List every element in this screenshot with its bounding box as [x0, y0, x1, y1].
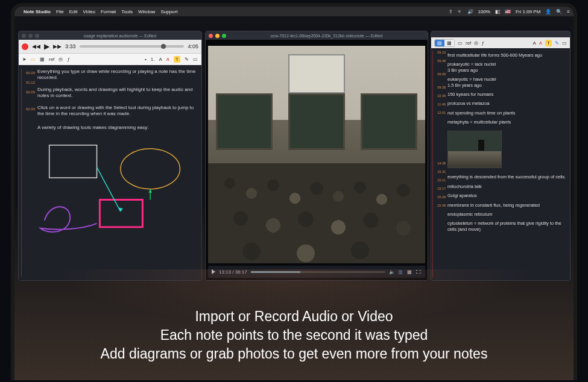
ts[interactable]: 09:38 [435, 86, 446, 94]
note-text[interactable]: mitochondria talk [447, 182, 569, 191]
note-text[interactable]: During playback, words and drawings will… [37, 87, 198, 99]
note-tool-icon[interactable]: ▭ [31, 57, 36, 62]
play-button[interactable] [212, 269, 215, 274]
note-text[interactable]: first multicellular life forms 500-600 M… [447, 51, 569, 60]
ts[interactable]: 15:11 [435, 178, 446, 187]
highlight-icon[interactable]: T [174, 56, 180, 63]
menu-icon[interactable]: ≡ [567, 9, 570, 14]
user-icon[interactable]: 👤 [545, 9, 551, 14]
number-icon[interactable]: 1. [151, 57, 155, 62]
note-text[interactable]: 150 kyears for humans [447, 90, 569, 99]
wifi-icon[interactable]: ᯤ [458, 9, 463, 14]
app-name[interactable]: Note Studio [24, 9, 51, 14]
ref-label[interactable]: ref [49, 57, 54, 62]
menu-file[interactable]: File [56, 9, 64, 14]
font-color-icon[interactable]: A [166, 57, 169, 62]
traffic-close-icon[interactable] [209, 34, 213, 38]
traffic-max-icon[interactable] [222, 34, 226, 38]
font-style-icon[interactable]: A [159, 57, 162, 62]
pen-icon[interactable]: ✎ [555, 40, 559, 46]
ts[interactable]: 11:46 [435, 102, 446, 111]
ts[interactable]: 15:17 [435, 187, 446, 195]
dropbox-icon[interactable]: ⇪ [449, 9, 453, 14]
note-thumbnail[interactable] [447, 127, 569, 172]
titlebar-video[interactable]: ocw-7012-lec1-08sep2004-220k_512kb.video… [206, 31, 428, 40]
note-text[interactable]: protozoa vs metazoa [447, 99, 569, 108]
traffic-min-icon[interactable] [215, 34, 220, 38]
font-color-icon[interactable]: A [539, 40, 542, 46]
projector-screen [288, 54, 345, 93]
indent-icon[interactable]: • [145, 57, 147, 62]
note-text[interactable]: A variety of drawing tools makes diagram… [37, 125, 198, 131]
ts[interactable]: 00:29 [24, 71, 35, 75]
note-text[interactable]: eukaryotic = have nuclei 1.5 Bn years ag… [447, 75, 569, 90]
ts[interactable]: 15:48 [435, 204, 446, 212]
highlight-icon[interactable]: T [545, 40, 552, 46]
video-scrubber[interactable] [251, 271, 385, 273]
layout1-icon[interactable]: ▥ [398, 269, 403, 275]
rewind-button[interactable]: ◀◀ [32, 43, 40, 49]
font-style-icon[interactable]: A [533, 40, 536, 46]
function-icon[interactable]: ƒ [481, 40, 484, 46]
ts[interactable]: 14:39 [435, 161, 446, 170]
note-text[interactable]: cytoskeleton = network of proteins that … [447, 219, 569, 234]
menu-edit[interactable]: Edit [69, 9, 78, 14]
note-text[interactable]: everything is descended from the success… [447, 172, 569, 181]
right-notes-body: 09:2309:4809:0909:3810:3911:4612:0114:39… [431, 48, 570, 280]
caption-line-2: Each note points to the second it was ty… [14, 326, 574, 345]
play-button[interactable]: ▶ [44, 42, 49, 51]
pen-icon[interactable]: ✎ [185, 57, 189, 62]
ts[interactable] [435, 119, 446, 161]
ts[interactable]: 09:23 [435, 51, 446, 59]
ts[interactable]: 09:09 [435, 72, 446, 86]
layout2-icon[interactable]: ▦ [407, 269, 413, 275]
menu-tools[interactable]: Tools [121, 9, 133, 14]
flag-icon[interactable]: 🇺🇸 [505, 9, 511, 14]
view-segmented[interactable]: ▤ ▦ [434, 39, 455, 47]
video-area[interactable]: 13:13 / 36:17 🔈 ▥ ▦ ⛶ [206, 40, 428, 280]
image-icon[interactable]: ◎ [474, 40, 478, 46]
ts[interactable]: 01:12 [24, 81, 35, 84]
ts[interactable]: 02:33 [24, 107, 35, 111]
note-text[interactable]: not spending much time on plants [447, 108, 569, 117]
note-text[interactable]: metaphyta = multicellular plants [447, 117, 569, 127]
ts[interactable]: 12:01 [435, 111, 446, 119]
note-text[interactable]: Golgi aparatus [447, 191, 569, 200]
volume-icon[interactable]: 🔊 [467, 9, 473, 14]
menu-window[interactable]: Window [138, 9, 155, 14]
menu-format[interactable]: Format [101, 9, 116, 14]
cursor-tool-icon[interactable]: ➤ [22, 57, 27, 62]
playback-slider[interactable] [80, 45, 185, 48]
traffic-min-icon[interactable] [28, 34, 33, 38]
attach-icon[interactable]: ▭ [458, 40, 463, 46]
ts[interactable]: 15:31 [435, 170, 446, 178]
record-button[interactable] [22, 43, 28, 50]
note-text[interactable]: Everything you type or draw while record… [37, 69, 198, 81]
menu-video[interactable]: Video [83, 9, 95, 14]
spotlight-icon[interactable]: 🔍 [556, 9, 562, 14]
menu-support[interactable]: Support [160, 9, 177, 14]
note-text[interactable]: prokaryotic = lack nuclei 3 Bn years ago [447, 60, 569, 75]
attach-tool-icon[interactable]: ▦ [40, 57, 45, 62]
ts[interactable]: 02:05 [24, 90, 35, 94]
titlebar-right[interactable] [431, 31, 570, 37]
diagram-area[interactable] [37, 140, 198, 243]
function-tool-icon[interactable]: ƒ [67, 57, 69, 62]
ts[interactable]: 15:29 [435, 195, 446, 204]
note-text[interactable]: Click on a word or drawing with the Sele… [37, 105, 198, 117]
play-position: 3:33 [65, 43, 76, 49]
image-tool-icon[interactable]: ◎ [58, 57, 63, 62]
ts[interactable]: 09:48 [435, 59, 446, 72]
traffic-close-icon[interactable] [22, 34, 26, 38]
volume-icon[interactable]: 🔈 [389, 269, 394, 275]
titlebar-left[interactable]: usage explanation.audionote — Edited [19, 31, 201, 40]
note-text[interactable]: membrane in constant flux, being regener… [447, 201, 569, 210]
ref-label[interactable]: ref [466, 40, 471, 46]
shape-icon[interactable]: ▭ [562, 40, 567, 46]
fullscreen-icon[interactable]: ⛶ [416, 269, 422, 275]
note-text[interactable]: endoplasmic reticulum [447, 210, 569, 219]
ffwd-button[interactable]: ▶▶ [53, 43, 62, 49]
shape-icon[interactable]: ▭ [193, 57, 198, 62]
traffic-max-icon[interactable] [35, 34, 39, 38]
ts[interactable]: 10:39 [435, 94, 446, 102]
